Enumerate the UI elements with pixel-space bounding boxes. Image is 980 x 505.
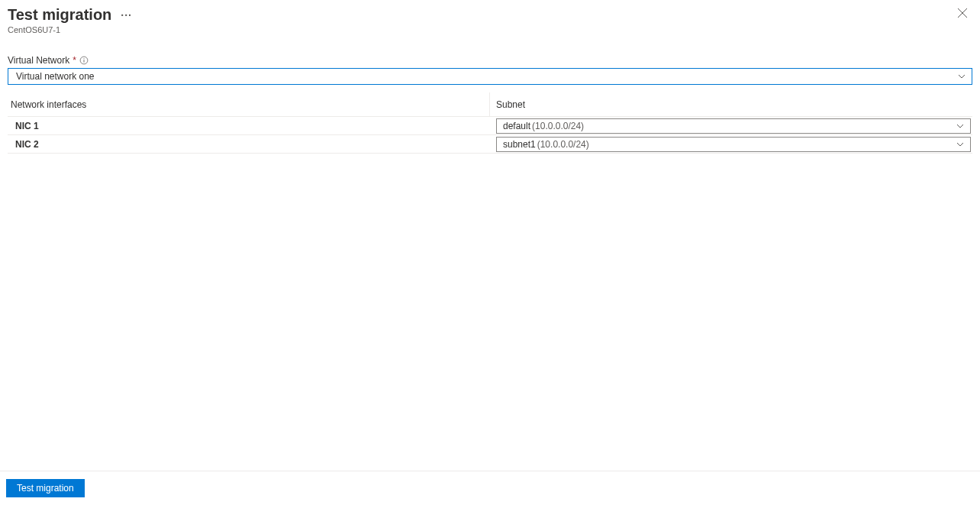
chevron-down-icon <box>955 121 965 131</box>
subnet-dropdown-nic2[interactable]: subnet1 (10.0.0.0/24) <box>496 137 971 152</box>
virtual-network-selected: Virtual network one <box>16 71 956 82</box>
close-icon <box>957 8 968 18</box>
column-header-subnet: Subnet <box>490 92 972 116</box>
close-button[interactable] <box>953 6 972 22</box>
chevron-down-icon <box>956 71 967 82</box>
nic-name: NIC 1 <box>8 121 490 131</box>
info-icon[interactable] <box>79 56 89 66</box>
test-migration-button[interactable]: Test migration <box>6 479 85 497</box>
subnet-cidr: (10.0.0.0/24) <box>532 121 584 131</box>
table-row: NIC 1 default (10.0.0.0/24) <box>8 117 972 135</box>
table-row: NIC 2 subnet1 (10.0.0.0/24) <box>8 135 972 154</box>
title-block: Test migration ··· CentOS6U7-1 <box>8 6 953 34</box>
panel-content: Virtual Network * Virtual network one Ne… <box>0 36 980 471</box>
nic-table: Network interfaces Subnet NIC 1 default … <box>8 92 972 154</box>
subnet-name: subnet1 <box>503 139 536 150</box>
subnet-cell: default (10.0.0.0/24) <box>490 118 972 134</box>
subnet-name: default <box>503 121 530 131</box>
column-header-interfaces: Network interfaces <box>8 92 490 116</box>
table-header: Network interfaces Subnet <box>8 92 972 117</box>
required-indicator: * <box>73 55 76 66</box>
chevron-down-icon <box>955 139 965 150</box>
nic-name: NIC 2 <box>8 139 490 150</box>
more-actions-icon[interactable]: ··· <box>121 9 132 21</box>
page-title-row: Test migration ··· <box>8 6 132 24</box>
panel-header: Test migration ··· CentOS6U7-1 <box>0 0 980 36</box>
page-subtitle: CentOS6U7-1 <box>8 25 953 34</box>
subnet-cidr: (10.0.0.0/24) <box>537 139 589 150</box>
virtual-network-label-row: Virtual Network * <box>8 55 89 66</box>
virtual-network-label: Virtual Network <box>8 55 69 66</box>
subnet-dropdown-nic1[interactable]: default (10.0.0.0/24) <box>496 118 971 134</box>
svg-point-1 <box>84 58 85 59</box>
virtual-network-dropdown[interactable]: Virtual network one <box>8 68 972 85</box>
svg-rect-2 <box>84 60 85 62</box>
subnet-cell: subnet1 (10.0.0.0/24) <box>490 137 972 152</box>
panel-footer: Test migration <box>0 471 980 505</box>
page-title: Test migration <box>8 6 111 24</box>
